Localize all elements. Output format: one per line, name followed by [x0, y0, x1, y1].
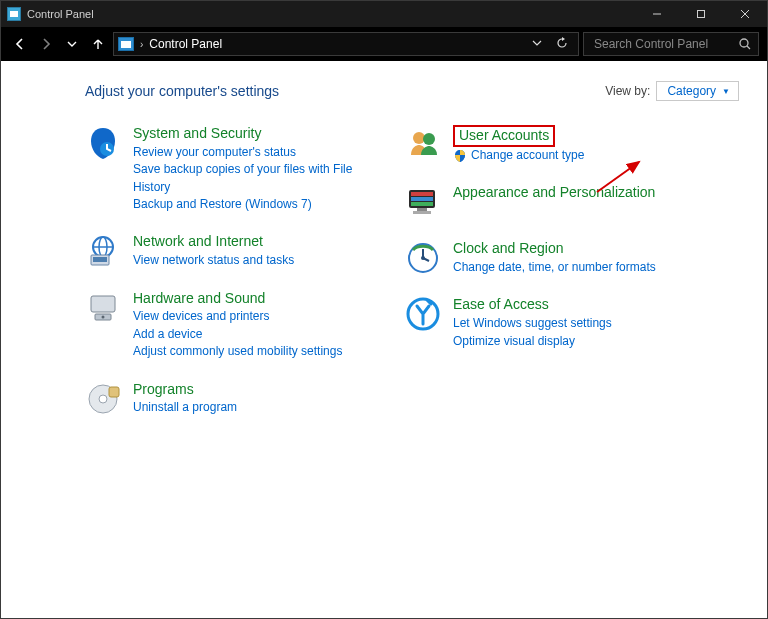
category-columns: System and SecurityReview your computer'… — [85, 125, 739, 437]
recent-locations-button[interactable] — [61, 33, 83, 55]
category-body: Ease of AccessLet Windows suggest settin… — [453, 296, 612, 350]
system-security-icon — [85, 125, 121, 161]
hardware-sound-icon — [85, 290, 121, 326]
category-body: User AccountsChange account type — [453, 125, 584, 164]
right-column: User AccountsChange account typeAppearan… — [405, 125, 685, 437]
category-network-internet: Network and InternetView network status … — [85, 233, 365, 269]
category-body: Hardware and SoundView devices and print… — [133, 290, 342, 361]
svg-line-5 — [747, 46, 750, 49]
category-link[interactable]: Change date, time, or number formats — [453, 259, 656, 276]
category-link[interactable]: Let Windows suggest settings — [453, 315, 612, 332]
minimize-button[interactable] — [635, 1, 679, 27]
category-title-network-internet[interactable]: Network and Internet — [133, 233, 294, 250]
category-link[interactable]: Change account type — [453, 147, 584, 164]
control-panel-window: Control Panel › — [0, 0, 768, 619]
page-title: Adjust your computer's settings — [85, 83, 279, 99]
svg-rect-1 — [698, 11, 705, 18]
view-by-dropdown[interactable]: Category ▼ — [656, 81, 739, 101]
address-icon — [118, 37, 134, 51]
view-by: View by: Category ▼ — [605, 81, 739, 101]
category-link[interactable]: Review your computer's status — [133, 144, 365, 161]
category-appearance-personalization: Appearance and Personalization — [405, 184, 685, 220]
address-dropdown-icon[interactable] — [532, 37, 542, 51]
refresh-button[interactable] — [556, 37, 568, 52]
control-panel-icon — [7, 7, 21, 21]
category-system-security: System and SecurityReview your computer'… — [85, 125, 365, 213]
category-hardware-sound: Hardware and SoundView devices and print… — [85, 290, 365, 361]
category-link[interactable]: View network status and tasks — [133, 252, 294, 269]
up-button[interactable] — [87, 33, 109, 55]
dropdown-triangle-icon: ▼ — [722, 87, 730, 96]
window-controls — [635, 1, 767, 27]
search-input[interactable] — [592, 36, 750, 52]
ease-of-access-icon — [405, 296, 441, 332]
category-body: ProgramsUninstall a program — [133, 381, 237, 417]
close-button[interactable] — [723, 1, 767, 27]
breadcrumb-chevron-icon[interactable]: › — [140, 39, 143, 50]
maximize-button[interactable] — [679, 1, 723, 27]
address-right — [532, 37, 568, 52]
category-title-appearance-personalization[interactable]: Appearance and Personalization — [453, 184, 655, 201]
breadcrumb-item[interactable]: Control Panel — [149, 37, 222, 51]
navbar: › Control Panel — [1, 27, 767, 61]
category-title-user-accounts[interactable]: User Accounts — [459, 127, 549, 143]
category-link[interactable]: Add a device — [133, 326, 342, 343]
network-internet-icon — [85, 233, 121, 269]
highlight-box: User Accounts — [453, 125, 555, 147]
category-title-hardware-sound[interactable]: Hardware and Sound — [133, 290, 342, 307]
shield-icon — [453, 149, 467, 163]
category-link[interactable]: Optimize visual display — [453, 333, 612, 350]
appearance-personalization-icon — [405, 184, 441, 220]
category-user-accounts: User AccountsChange account type — [405, 125, 685, 164]
category-ease-of-access: Ease of AccessLet Windows suggest settin… — [405, 296, 685, 350]
category-link[interactable]: Save backup copies of your files with Fi… — [133, 161, 365, 196]
programs-icon — [85, 381, 121, 417]
category-link[interactable]: Uninstall a program — [133, 399, 237, 416]
address-bar[interactable]: › Control Panel — [113, 32, 579, 56]
category-programs: ProgramsUninstall a program — [85, 381, 365, 417]
back-button[interactable] — [9, 33, 31, 55]
clock-region-icon — [405, 240, 441, 276]
window-title: Control Panel — [27, 8, 94, 20]
search-box[interactable] — [583, 32, 759, 56]
category-link[interactable]: Adjust commonly used mobility settings — [133, 343, 342, 360]
svg-point-4 — [740, 39, 748, 47]
left-column: System and SecurityReview your computer'… — [85, 125, 365, 437]
category-body: Clock and RegionChange date, time, or nu… — [453, 240, 656, 276]
category-title-programs[interactable]: Programs — [133, 381, 237, 398]
titlebar: Control Panel — [1, 1, 767, 27]
category-body: System and SecurityReview your computer'… — [133, 125, 365, 213]
view-by-value: Category — [667, 84, 716, 98]
content-area: Adjust your computer's settings View by:… — [1, 61, 767, 618]
forward-button[interactable] — [35, 33, 57, 55]
category-body: Appearance and Personalization — [453, 184, 655, 220]
category-title-system-security[interactable]: System and Security — [133, 125, 365, 142]
category-link[interactable]: Backup and Restore (Windows 7) — [133, 196, 365, 213]
user-accounts-icon — [405, 125, 441, 161]
category-title-ease-of-access[interactable]: Ease of Access — [453, 296, 612, 313]
category-body: Network and InternetView network status … — [133, 233, 294, 269]
category-clock-region: Clock and RegionChange date, time, or nu… — [405, 240, 685, 276]
category-title-clock-region[interactable]: Clock and Region — [453, 240, 656, 257]
view-by-label: View by: — [605, 84, 650, 98]
titlebar-left: Control Panel — [7, 7, 94, 21]
category-link[interactable]: View devices and printers — [133, 308, 342, 325]
search-icon[interactable] — [738, 37, 752, 54]
header-row: Adjust your computer's settings View by:… — [85, 81, 739, 101]
